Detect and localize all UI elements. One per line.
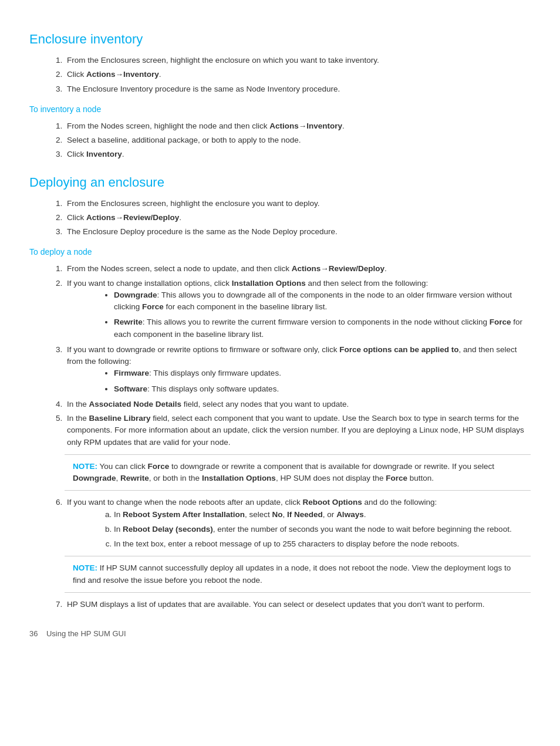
rewrite-note-bold: Rewrite: [120, 474, 149, 482]
reboot-system-bold: Reboot System After Installation: [123, 510, 245, 519]
force-note-bold2: Force: [386, 474, 407, 482]
footer: 36 Using the HP SUM GUI: [29, 628, 531, 640]
step6-alpha-list: In Reboot System After Installation, sel…: [114, 509, 531, 551]
associated-node-details-bold: Associated Node Details: [89, 400, 182, 409]
list-item: In the text box, enter a reboot message …: [114, 538, 531, 550]
note-label-1: NOTE:: [73, 462, 97, 471]
force-bold-1: Force: [142, 302, 164, 311]
list-item: The Enclosure Inventory procedure is the…: [65, 83, 531, 95]
enclosure-inventory-title: Enclosure inventory: [29, 29, 531, 49]
step3-bullet-list: Firmware: This displays only firmware up…: [114, 367, 531, 395]
actions-inventory-node-bold: Actions→Inventory: [269, 121, 342, 130]
to-deploy-node-steps: From the Nodes screen, select a node to …: [65, 263, 531, 448]
deploying-enclosure-steps: From the Enclosures screen, highlight th…: [65, 198, 531, 238]
list-item: From the Nodes screen, select a node to …: [65, 263, 531, 275]
footer-text: Using the HP SUM GUI: [46, 629, 126, 638]
to-deploy-node-steps-cont: If you want to change when the node rebo…: [65, 497, 531, 550]
force-options-bold: Force options can be applied to: [339, 345, 458, 354]
install-options-note-bold: Installation Options: [202, 474, 276, 482]
enclosure-inventory-steps: From the Enclosures screen, highlight th…: [65, 55, 531, 95]
inventory-bold: Inventory: [86, 150, 122, 158]
baseline-library-bold: Baseline Library: [89, 414, 151, 423]
list-item: From the Enclosures screen, highlight th…: [65, 55, 531, 66]
note-box-1: NOTE: You can click Force to downgrade o…: [65, 454, 531, 491]
list-item: If you want to change when the node rebo…: [65, 497, 531, 550]
list-item: In the Baseline Library field, select ea…: [65, 413, 531, 448]
list-item: In Reboot Delay (seconds), enter the num…: [114, 524, 531, 535]
list-item: In the Associated Node Details field, se…: [65, 399, 531, 410]
downgrade-bold: Downgrade: [114, 291, 157, 299]
list-item: If you want to change installation optio…: [65, 278, 531, 340]
note-label-2: NOTE:: [73, 563, 97, 572]
note-box-2: NOTE: If HP SUM cannot successfully depl…: [65, 556, 531, 593]
downgrade-note-bold: Downgrade: [73, 474, 116, 482]
installation-options-bold: Installation Options: [232, 279, 306, 288]
note-text-2: If HP SUM cannot successfully deploy all…: [73, 563, 511, 584]
page-number: 36: [29, 629, 38, 638]
actions-review-deploy-bold: Actions→Review/Deploy: [86, 213, 179, 222]
list-item: Click Inventory.: [65, 148, 531, 160]
list-item: Click Actions→Inventory.: [65, 69, 531, 80]
to-deploy-node-title: To deploy a node: [29, 246, 531, 258]
list-item: From the Enclosures screen, highlight th…: [65, 198, 531, 210]
to-inventory-node-steps: From the Nodes screen, highlight the nod…: [65, 120, 531, 161]
list-item: If you want to downgrade or rewrite opti…: [65, 344, 531, 395]
list-item: Select a baseline, additional package, o…: [65, 134, 531, 146]
list-item: Click Actions→Review/Deploy.: [65, 212, 531, 224]
no-bold: No: [272, 510, 283, 519]
actions-review-deploy-node-bold: Actions→Review/Deploy: [292, 264, 384, 273]
force-note-bold: Force: [148, 462, 170, 471]
step2-bullet-list: Downgrade: This allows you to downgrade …: [114, 289, 531, 340]
list-item: Software: This displays only software up…: [114, 383, 531, 395]
list-item: Downgrade: This allows you to downgrade …: [114, 289, 531, 313]
to-deploy-node-steps-final: HP SUM displays a list of updates that a…: [65, 599, 531, 610]
list-item: From the Nodes screen, highlight the nod…: [65, 120, 531, 132]
list-item: In Reboot System After Installation, sel…: [114, 509, 531, 521]
reboot-options-bold: Reboot Options: [303, 498, 362, 507]
list-item: Firmware: This displays only firmware up…: [114, 367, 531, 379]
force-bold-2: Force: [490, 318, 511, 326]
deploying-enclosure-title: Deploying an enclosure: [29, 173, 531, 192]
reboot-delay-bold: Reboot Delay (seconds): [123, 525, 213, 534]
always-bold: Always: [336, 510, 364, 519]
note-text-1: You can click Force to downgrade or rewr…: [73, 462, 494, 482]
if-needed-bold: If Needed: [287, 510, 323, 519]
list-item: The Enclosure Deploy procedure is the sa…: [65, 226, 531, 238]
actions-inventory-bold: Actions→Inventory: [86, 70, 159, 79]
list-item: Rewrite: This allows you to rewrite the …: [114, 316, 531, 340]
firmware-bold: Firmware: [114, 369, 149, 377]
list-item: HP SUM displays a list of updates that a…: [65, 599, 531, 610]
to-inventory-node-title: To inventory a node: [29, 103, 531, 116]
rewrite-bold: Rewrite: [114, 318, 143, 326]
software-bold: Software: [114, 384, 147, 393]
